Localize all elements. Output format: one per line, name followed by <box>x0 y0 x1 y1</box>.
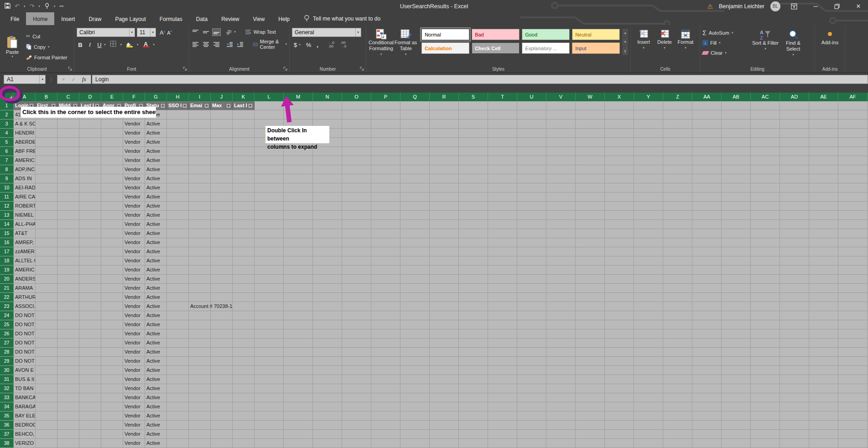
cell-D11[interactable] <box>79 193 101 201</box>
cell-O26[interactable] <box>342 329 371 338</box>
cell-S37[interactable] <box>459 430 488 438</box>
cell-AA37[interactable] <box>692 430 722 438</box>
cell-S13[interactable] <box>459 211 488 219</box>
cell-Q7[interactable] <box>400 156 430 165</box>
row-header-12[interactable]: 12 <box>0 202 14 210</box>
cell-K34[interactable] <box>233 402 255 411</box>
cell-Y35[interactable] <box>634 412 663 420</box>
cell-U1[interactable] <box>517 101 546 110</box>
cell-I18[interactable] <box>189 256 211 265</box>
cell-W10[interactable] <box>576 183 605 192</box>
cell-AA20[interactable] <box>692 275 722 283</box>
cell-V9[interactable] <box>546 174 576 183</box>
cell-E18[interactable] <box>101 256 123 265</box>
cell-AD1[interactable] <box>780 101 809 110</box>
row-header-28[interactable]: 28 <box>0 348 14 356</box>
cell-AC6[interactable] <box>751 147 780 156</box>
top-align-button[interactable] <box>192 29 199 36</box>
cell-X16[interactable] <box>605 238 634 247</box>
cell-AF5[interactable] <box>838 138 868 146</box>
cell-AD24[interactable] <box>780 311 809 320</box>
cell-M12[interactable] <box>284 202 313 210</box>
cell-T22[interactable] <box>488 293 517 302</box>
row-header-7[interactable]: 7 <box>0 156 14 165</box>
cell-AB24[interactable] <box>722 311 751 320</box>
cell-T17[interactable] <box>488 247 517 256</box>
cell-E23[interactable] <box>101 302 123 311</box>
cell-O6[interactable] <box>342 147 371 156</box>
cell-J12[interactable] <box>211 202 233 210</box>
cell-Q38[interactable] <box>400 439 430 448</box>
cell-M35[interactable] <box>284 412 313 420</box>
cell-I15[interactable] <box>189 229 211 238</box>
cell-K10[interactable] <box>233 183 255 192</box>
cell-G28[interactable]: Active <box>145 348 167 356</box>
cell-W24[interactable] <box>576 311 605 320</box>
cell-Y17[interactable] <box>634 247 663 256</box>
cell-U6[interactable] <box>517 147 546 156</box>
cell-I11[interactable] <box>189 193 211 201</box>
cell-Z16[interactable] <box>663 238 692 247</box>
cell-W6[interactable] <box>576 147 605 156</box>
cell-C30[interactable] <box>57 366 79 375</box>
cell-L15[interactable] <box>255 229 284 238</box>
cell-D23[interactable] <box>79 302 101 311</box>
cell-X17[interactable] <box>605 247 634 256</box>
cell-O27[interactable] <box>342 339 371 347</box>
cell-Z38[interactable] <box>663 439 692 448</box>
cell-K14[interactable] <box>233 220 255 229</box>
gallery-scroll-down-icon[interactable]: ▾ <box>622 38 628 47</box>
cell-S11[interactable] <box>459 193 488 201</box>
cell-AB27[interactable] <box>722 339 751 347</box>
cell-E10[interactable] <box>101 183 123 192</box>
autosum-button[interactable]: ΣAutoSum▾ <box>702 29 752 37</box>
cell-V21[interactable] <box>546 284 576 292</box>
cell-D21[interactable] <box>79 284 101 292</box>
cell-K5[interactable] <box>233 138 255 146</box>
cell-X29[interactable] <box>605 357 634 365</box>
cell-F22[interactable]: Vendor <box>123 293 145 302</box>
row-header-1[interactable]: 1 <box>0 101 14 110</box>
cell-AD26[interactable] <box>780 329 809 338</box>
cell-M2[interactable] <box>284 110 313 119</box>
cell-Q32[interactable] <box>400 384 430 393</box>
cell-F7[interactable]: Vendor <box>123 156 145 165</box>
cell-H2[interactable] <box>167 110 189 119</box>
cell-A27[interactable]: DO NOT <box>14 339 36 347</box>
cell-AD3[interactable] <box>780 120 809 128</box>
cell-F33[interactable]: Vendor <box>123 393 145 402</box>
cell-AE34[interactable] <box>809 402 838 411</box>
cell-AC9[interactable] <box>751 174 780 183</box>
cell-D25[interactable] <box>79 320 101 329</box>
cell-Z4[interactable] <box>663 129 692 137</box>
user-avatar[interactable]: BL <box>770 1 780 11</box>
conditional-formatting-button[interactable]: ≠ Conditional Formatting▾ <box>369 28 394 57</box>
cell-D12[interactable] <box>79 202 101 210</box>
cell-AC36[interactable] <box>751 421 780 429</box>
cell-F21[interactable]: Vendor <box>123 284 145 292</box>
cell-AE32[interactable] <box>809 384 838 393</box>
cell-AD31[interactable] <box>780 375 809 384</box>
cell-Q4[interactable] <box>400 129 430 137</box>
cell-Y34[interactable] <box>634 402 663 411</box>
cell-D28[interactable] <box>79 348 101 356</box>
cell-F4[interactable]: Vendor <box>123 129 145 137</box>
cell-A37[interactable]: BEHCO, <box>14 430 36 438</box>
cell-B18[interactable] <box>36 256 57 265</box>
cell-C11[interactable] <box>57 193 79 201</box>
cell-J7[interactable] <box>211 156 233 165</box>
tab-help[interactable]: Help <box>271 12 296 25</box>
cell-F14[interactable]: Vendor <box>123 220 145 229</box>
cell-Q25[interactable] <box>400 320 430 329</box>
cell-C24[interactable] <box>57 311 79 320</box>
filter-header-H1[interactable]: SSO I▼ <box>167 101 189 110</box>
cell-O20[interactable] <box>342 275 371 283</box>
cell-AA31[interactable] <box>692 375 722 384</box>
cell-Q2[interactable] <box>400 110 430 119</box>
cell-Q34[interactable] <box>400 402 430 411</box>
row-header-4[interactable]: 4 <box>0 129 14 137</box>
cell-W17[interactable] <box>576 247 605 256</box>
cell-AF35[interactable] <box>838 412 868 420</box>
cell-AB31[interactable] <box>722 375 751 384</box>
cell-AC33[interactable] <box>751 393 780 402</box>
